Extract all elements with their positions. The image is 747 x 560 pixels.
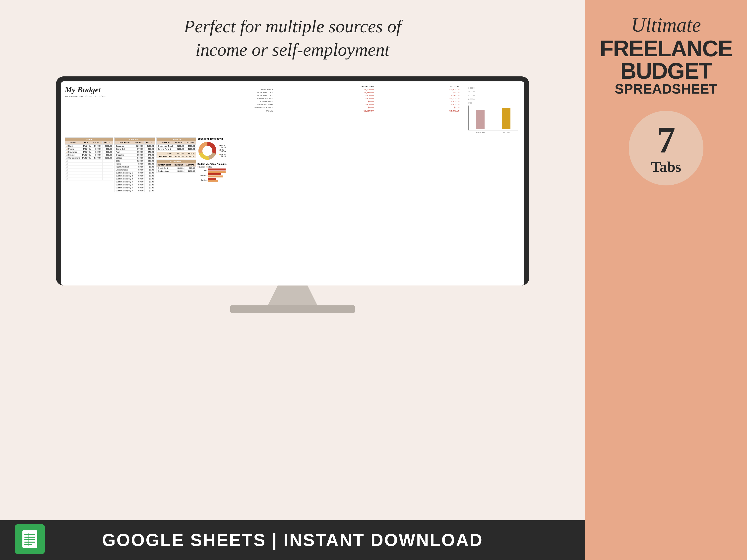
spreadsheet: My Budget BUDGETING FOR: 1/1/2021 to 1/3…: [61, 81, 524, 286]
income-bar-chart: [468, 106, 518, 130]
expenses-row: Gifts $25.00 $50.00: [114, 160, 155, 162]
expenses-row: Utilities $40.00 $60.00: [114, 157, 155, 160]
google-sheets-icon: [15, 524, 45, 555]
bills-row: Internet 1/10/2021 $60.00 $60.00: [65, 154, 113, 157]
spending-breakdown: Spending Breakdown: [198, 137, 237, 161]
monitor-stand: [268, 286, 317, 305]
actual-label: ACTUAL: [503, 132, 510, 133]
chart-bar: [496, 108, 517, 129]
bills-row: [65, 178, 113, 181]
expenses-table: EXPENSES EXPENSESBUDGETACTUAL Groceries …: [114, 137, 155, 192]
bills-row: [65, 165, 113, 168]
bva-savings-row: Savings: [198, 178, 237, 182]
bills-row: [65, 162, 113, 165]
svg-rect-9: [24, 537, 35, 538]
income-table-area: EXPECTED ACTUAL PAYCHECK $1,000.00 $1,00…: [125, 85, 461, 135]
budgeting-for: BUDGETING FOR: 1/1/2021 to 1/31/2021: [65, 95, 120, 98]
expenses-row: Custom Category 4 $0.00 $0.00: [114, 181, 155, 183]
amount-left-row: AMOUNT LEFT $1,220.00 $1,415.00: [156, 155, 196, 158]
income-row: SIDE HUSTLE 2 $100.00 $150.00: [125, 94, 461, 97]
chart-bar: [470, 110, 491, 129]
expenses-row: Custom Category 1 $0.00 $0.00: [114, 171, 155, 175]
tabs-circle-badge: 7 Tabs: [629, 111, 703, 185]
bills-section: BILLS BILLSDUEBUDGETACTUAL Rent 1/1/2021…: [65, 137, 113, 192]
tagline: Perfect for multiple sources of income o…: [184, 15, 401, 61]
savings-row: Emergency Fund $150.00 $250.00: [156, 144, 196, 148]
income-row: PAYCHECK $1,000.00 $1,000.00: [125, 88, 461, 91]
bottom-bar-text: GOOGLE SHEETS | INSTANT DOWNLOAD: [102, 530, 483, 550]
svg-rect-10: [24, 539, 35, 540]
debt-row: Student Loan $50.00 $100.00: [156, 170, 196, 173]
savings-row: Sinking Fund 1 $100.00 $100.00: [156, 148, 196, 151]
bills-row: [65, 168, 113, 171]
expenses-row: Fuel $50.00 $40.00: [114, 151, 155, 154]
expenses-row: Shopping $50.00 $75.00: [114, 154, 155, 157]
bva-bills-row: Bills: [198, 168, 237, 173]
monitor-wrapper: My Budget BUDGETING FOR: 1/1/2021 to 1/3…: [56, 76, 529, 313]
sidebar-block-subtitle: SPREADSHEET: [615, 82, 718, 96]
left-panel: Perfect for multiple sources of income o…: [0, 0, 585, 560]
expected-label: EXPECTED: [476, 132, 486, 133]
right-section: SAVINGS SAVINGSBUDGETACTUAL Emergency Fu…: [156, 137, 196, 192]
expenses-row: Miscellaneous $0.00 $0.00: [114, 168, 155, 171]
monitor-frame: My Budget BUDGETING FOR: 1/1/2021 to 1/3…: [56, 76, 529, 286]
bva-expenses-row: Expenses: [198, 173, 237, 178]
expenses-row: Dining Out $75.00 $60.00: [114, 148, 155, 151]
expenses-row: Custom Category 5 $0.00 $0.00: [114, 183, 155, 186]
bills-row: [65, 160, 113, 162]
center-section: EXPENSES EXPENSESBUDGETACTUAL Groceries …: [114, 137, 155, 192]
bottom-bar: GOOGLE SHEETS | INSTANT DOWNLOAD: [0, 520, 585, 560]
budget-vs-actual: Budget vs. Actual Amounts ■ Budget ■ Act…: [198, 163, 237, 182]
main-data: BILLS BILLSDUEBUDGETACTUAL Rent 1/1/2021…: [65, 137, 520, 192]
expenses-row: Groceries $200.00 $130.00: [114, 144, 155, 148]
sidebar-script-title: Ultimate: [631, 15, 701, 35]
bills-row: Phone 1/5/2021 $50.00 $50.00: [65, 148, 113, 151]
budget-title-area: My Budget BUDGETING FOR: 1/1/2021 to 1/3…: [65, 85, 120, 135]
income-row: OTHER INCOME $300.00 $500.00: [125, 103, 461, 106]
expenses-row: Custom Category 3 $0.00 $0.00: [114, 178, 155, 181]
spending-title: Spending Breakdown: [198, 137, 237, 140]
tagline-line2: income or self-employment: [184, 38, 401, 62]
right-sidebar: Ultimate FREELANCE BUDGET SPREADSHEET 7 …: [585, 0, 747, 560]
bills-table: BILLS BILLSDUEBUDGETACTUAL Rent 1/1/2021…: [65, 137, 113, 181]
expenses-row: Home $0.00 $50.00: [114, 162, 155, 165]
bar-chart-area: $4,000.00 $3,000.00 $2,000.00 $1,000.00 …: [466, 85, 520, 135]
savings-table: SAVINGS SAVINGSBUDGETACTUAL Emergency Fu…: [156, 137, 196, 158]
tagline-line1: Perfect for multiple sources of: [184, 15, 401, 38]
bills-row: Insurance 1/9/2021 $30.00 $30.00: [65, 151, 113, 154]
budget-title: My Budget: [65, 85, 120, 94]
monitor-screen: My Budget BUDGETING FOR: 1/1/2021 to 1/3…: [61, 81, 524, 286]
bills-row: [65, 171, 113, 175]
svg-rect-8: [24, 534, 35, 535]
income-row: OTHER INCOME 1 $0.00 $0.00: [125, 106, 461, 109]
extra-debt-table: EXTRA DEBT EXTRA DEBTBUDGETACTUAL Credit…: [156, 160, 196, 173]
expenses-row: Custom Category 6 $0.00 $0.00: [114, 186, 155, 189]
income-table: EXPECTED ACTUAL PAYCHECK $1,000.00 $1,00…: [125, 85, 461, 112]
income-row: FREELANCING $500.00 $1,100.00: [125, 97, 461, 100]
savings-total-row: TOTAL $250.00 $350.00: [156, 152, 196, 155]
bills-row: Rent 1/1/2021 $900.00 $900.00: [65, 144, 113, 148]
bills-row: Car payment 1/12/2021 $100.00 $100.00: [65, 157, 113, 160]
sidebar-block-title1: FREELANCE: [600, 37, 732, 60]
debt-row: Credit Card $50.00 $25.00: [156, 167, 196, 170]
donut-chart: [198, 141, 217, 161]
tabs-label: Tabs: [651, 158, 681, 176]
spending-legend: ■ Home14.9% ■ Gifts14.9% ■ Utilities17.9…: [218, 144, 226, 157]
svg-rect-11: [24, 541, 35, 542]
income-row: CONSULTING $0.00 $600.00: [125, 100, 461, 103]
tabs-number: 7: [657, 121, 675, 158]
income-row: TOTAL $3,050.00 $3,370.00: [125, 109, 461, 112]
monitor-base: [230, 305, 355, 313]
bills-row: [65, 175, 113, 178]
svg-rect-12: [24, 544, 32, 545]
expenses-row: Custom Category 2 $0.00 $0.00: [114, 175, 155, 178]
charts-area: Spending Breakdown: [198, 137, 237, 192]
svg-point-5: [202, 146, 212, 156]
expenses-row: Custom Category 7 $0.00 $0.00: [114, 189, 155, 192]
sidebar-block-title2: BUDGET: [620, 60, 712, 82]
bva-title: Budget vs. Actual Amounts: [198, 163, 237, 165]
sheet-header: My Budget BUDGETING FOR: 1/1/2021 to 1/3…: [65, 85, 520, 135]
income-row: SIDE HUSTLE 1 $1,150.00 $20.00: [125, 91, 461, 94]
expenses-row: Health/Medical $0.00 $0.00: [114, 165, 155, 168]
